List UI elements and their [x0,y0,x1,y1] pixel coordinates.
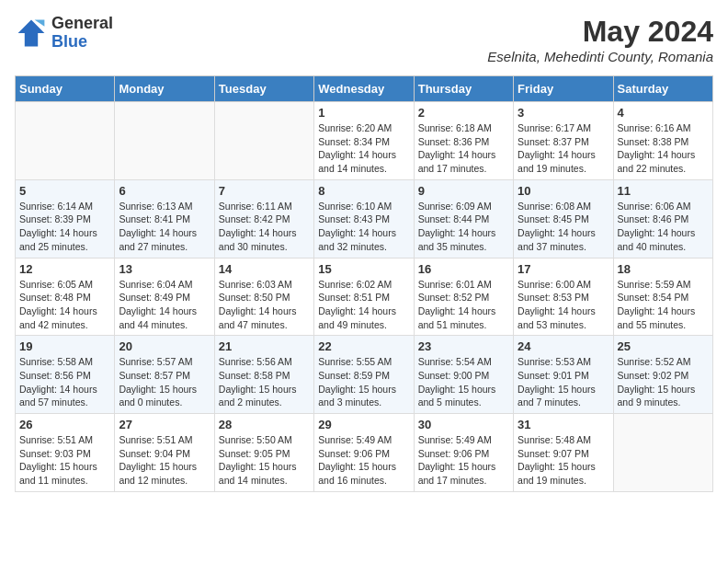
day-number: 19 [19,339,110,353]
week-row-2: 5Sunrise: 6:14 AMSunset: 8:39 PMDaylight… [16,179,713,258]
week-row-3: 12Sunrise: 6:05 AMSunset: 8:48 PMDayligh… [16,258,713,336]
calendar-cell: 22Sunrise: 5:55 AMSunset: 8:59 PMDayligh… [314,336,414,414]
day-number: 4 [618,106,709,120]
week-row-4: 19Sunrise: 5:58 AMSunset: 8:56 PMDayligh… [16,336,713,414]
day-number: 30 [418,418,509,431]
day-number: 15 [318,262,409,276]
header-day-tuesday: Tuesday [214,76,313,102]
day-info: Sunrise: 6:05 AMSunset: 8:48 PMDaylight:… [19,278,110,332]
title-area: May 2024 Eselnita, Mehedinti County, Rom… [487,15,713,64]
day-info: Sunrise: 6:06 AMSunset: 8:46 PMDaylight:… [618,200,709,254]
calendar-cell: 5Sunrise: 6:14 AMSunset: 8:39 PMDaylight… [16,179,115,258]
subtitle: Eselnita, Mehedinti County, Romania [487,49,713,64]
calendar-cell: 17Sunrise: 6:00 AMSunset: 8:53 PMDayligh… [514,258,613,336]
calendar-cell [613,414,712,492]
day-info: Sunrise: 6:03 AMSunset: 8:50 PMDaylight:… [219,278,310,332]
day-info: Sunrise: 5:58 AMSunset: 8:56 PMDaylight:… [19,355,110,409]
day-number: 1 [318,106,409,120]
calendar-cell: 27Sunrise: 5:51 AMSunset: 9:04 PMDayligh… [115,414,214,492]
calendar-cell: 9Sunrise: 6:09 AMSunset: 8:44 PMDaylight… [414,179,513,258]
day-info: Sunrise: 5:55 AMSunset: 8:59 PMDaylight:… [318,355,409,409]
day-info: Sunrise: 5:51 AMSunset: 9:03 PMDaylight:… [19,433,110,488]
day-number: 28 [219,418,310,431]
calendar-cell: 26Sunrise: 5:51 AMSunset: 9:03 PMDayligh… [16,414,115,492]
day-info: Sunrise: 6:18 AMSunset: 8:36 PMDaylight:… [418,121,509,176]
header-day-monday: Monday [115,76,214,102]
day-number: 27 [119,418,210,431]
logo: General Blue [15,15,113,52]
calendar-cell: 24Sunrise: 5:53 AMSunset: 9:01 PMDayligh… [514,336,613,414]
day-number: 22 [318,339,409,353]
day-info: Sunrise: 6:02 AMSunset: 8:51 PMDaylight:… [318,278,409,332]
day-number: 10 [518,184,609,198]
days-header-row: SundayMondayTuesdayWednesdayThursdayFrid… [16,76,713,102]
day-number: 2 [418,106,509,120]
day-number: 25 [618,339,709,353]
day-number: 14 [219,262,310,276]
day-number: 18 [618,262,709,276]
calendar-cell: 8Sunrise: 6:10 AMSunset: 8:43 PMDaylight… [314,179,414,258]
calendar-cell: 15Sunrise: 6:02 AMSunset: 8:51 PMDayligh… [314,258,414,336]
day-info: Sunrise: 5:48 AMSunset: 9:07 PMDaylight:… [518,433,609,488]
day-info: Sunrise: 6:08 AMSunset: 8:45 PMDaylight:… [518,200,609,254]
day-number: 24 [518,339,609,353]
calendar-cell: 31Sunrise: 5:48 AMSunset: 9:07 PMDayligh… [514,414,613,492]
day-info: Sunrise: 5:57 AMSunset: 8:57 PMDaylight:… [119,355,210,409]
day-info: Sunrise: 6:09 AMSunset: 8:44 PMDaylight:… [418,200,509,254]
day-info: Sunrise: 6:10 AMSunset: 8:43 PMDaylight:… [318,200,409,254]
header-day-sunday: Sunday [16,76,115,102]
calendar-cell: 3Sunrise: 6:17 AMSunset: 8:37 PMDaylight… [514,102,613,180]
logo-blue-text: Blue [51,33,113,52]
header-day-thursday: Thursday [414,76,513,102]
day-info: Sunrise: 6:04 AMSunset: 8:49 PMDaylight:… [119,278,210,332]
day-info: Sunrise: 5:50 AMSunset: 9:05 PMDaylight:… [219,433,310,488]
calendar-cell: 14Sunrise: 6:03 AMSunset: 8:50 PMDayligh… [214,258,313,336]
day-info: Sunrise: 5:59 AMSunset: 8:54 PMDaylight:… [618,278,709,332]
calendar-cell: 20Sunrise: 5:57 AMSunset: 8:57 PMDayligh… [115,336,214,414]
calendar-cell: 25Sunrise: 5:52 AMSunset: 9:02 PMDayligh… [613,336,712,414]
day-number: 5 [19,184,110,198]
calendar-cell: 7Sunrise: 6:11 AMSunset: 8:42 PMDaylight… [214,179,313,258]
calendar-cell: 19Sunrise: 5:58 AMSunset: 8:56 PMDayligh… [16,336,115,414]
day-number: 9 [418,184,509,198]
header-day-friday: Friday [514,76,613,102]
day-info: Sunrise: 6:14 AMSunset: 8:39 PMDaylight:… [19,200,110,254]
header-day-saturday: Saturday [613,76,712,102]
day-info: Sunrise: 6:20 AMSunset: 8:34 PMDaylight:… [318,121,409,176]
calendar-cell: 11Sunrise: 6:06 AMSunset: 8:46 PMDayligh… [613,179,712,258]
calendar-cell: 6Sunrise: 6:13 AMSunset: 8:41 PMDaylight… [115,179,214,258]
day-number: 3 [518,106,609,120]
day-info: Sunrise: 5:53 AMSunset: 9:01 PMDaylight:… [518,355,609,409]
day-number: 21 [219,339,310,353]
day-number: 23 [418,339,509,353]
logo-general-text: General [51,15,113,33]
day-info: Sunrise: 6:16 AMSunset: 8:38 PMDaylight:… [618,121,709,176]
day-number: 29 [318,418,409,431]
day-info: Sunrise: 6:13 AMSunset: 8:41 PMDaylight:… [119,200,210,254]
calendar-cell: 30Sunrise: 5:49 AMSunset: 9:06 PMDayligh… [414,414,513,492]
calendar-cell: 16Sunrise: 6:01 AMSunset: 8:52 PMDayligh… [414,258,513,336]
day-info: Sunrise: 6:11 AMSunset: 8:42 PMDaylight:… [219,200,310,254]
calendar-cell: 1Sunrise: 6:20 AMSunset: 8:34 PMDaylight… [314,102,414,180]
logo-text: General Blue [51,15,113,52]
day-info: Sunrise: 5:54 AMSunset: 9:00 PMDaylight:… [418,355,509,409]
day-info: Sunrise: 5:49 AMSunset: 9:06 PMDaylight:… [418,433,509,488]
day-number: 12 [19,262,110,276]
logo-icon [15,17,48,50]
calendar-cell: 28Sunrise: 5:50 AMSunset: 9:05 PMDayligh… [214,414,313,492]
day-number: 6 [119,184,210,198]
day-info: Sunrise: 6:00 AMSunset: 8:53 PMDaylight:… [518,278,609,332]
calendar-cell [214,102,313,180]
calendar-cell: 12Sunrise: 6:05 AMSunset: 8:48 PMDayligh… [16,258,115,336]
calendar-cell: 2Sunrise: 6:18 AMSunset: 8:36 PMDaylight… [414,102,513,180]
day-number: 31 [518,418,609,431]
day-number: 7 [219,184,310,198]
day-number: 26 [19,418,110,431]
day-info: Sunrise: 5:52 AMSunset: 9:02 PMDaylight:… [618,355,709,409]
calendar-cell: 29Sunrise: 5:49 AMSunset: 9:06 PMDayligh… [314,414,414,492]
day-info: Sunrise: 5:49 AMSunset: 9:06 PMDaylight:… [318,433,409,488]
day-number: 16 [418,262,509,276]
calendar-cell: 4Sunrise: 6:16 AMSunset: 8:38 PMDaylight… [613,102,712,180]
day-info: Sunrise: 5:51 AMSunset: 9:04 PMDaylight:… [119,433,210,488]
day-info: Sunrise: 6:01 AMSunset: 8:52 PMDaylight:… [418,278,509,332]
